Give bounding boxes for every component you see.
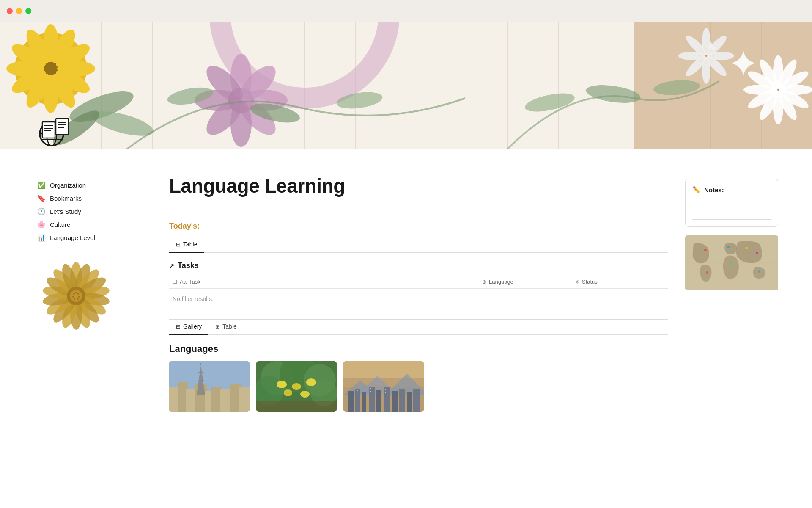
- flower-icon: 🌸: [37, 221, 46, 229]
- svg-point-92: [77, 293, 79, 295]
- languages-view-tabs: ⊞ Gallery ⊞ Table: [169, 320, 668, 335]
- gallery-icon: ⊞: [176, 323, 181, 330]
- svg-point-150: [727, 246, 730, 248]
- svg-point-149: [704, 249, 707, 251]
- arrow-up-right-icon: ↗: [169, 262, 174, 269]
- sidebar-label-bookmarks: Bookmarks: [50, 195, 82, 202]
- languages-table-tab[interactable]: ⊞ Table: [208, 320, 243, 335]
- sidebar-nav: ✅ Organization 🔖 Bookmarks 🕐 Let's Study…: [34, 179, 152, 244]
- gallery-cards: [169, 361, 668, 412]
- sidebar: ✅ Organization 🔖 Bookmarks 🕐 Let's Study…: [34, 174, 152, 412]
- svg-rect-111: [198, 380, 204, 381]
- gallery-card-city[interactable]: [343, 361, 424, 412]
- maximize-button[interactable]: [25, 8, 31, 14]
- right-panel: ✏️ Notes:: [685, 174, 778, 412]
- svg-rect-134: [369, 387, 375, 412]
- notes-divider: [692, 219, 771, 220]
- sidebar-label-language-level: Language Level: [50, 234, 95, 241]
- svg-rect-145: [357, 390, 358, 391]
- svg-rect-143: [385, 389, 386, 390]
- svg-point-153: [756, 252, 758, 254]
- svg-rect-140: [413, 389, 420, 412]
- svg-rect-137: [392, 391, 398, 412]
- svg-rect-110: [198, 372, 204, 373]
- svg-rect-138: [399, 389, 405, 412]
- languages-section: ⊞ Gallery ⊞ Table Languages: [169, 319, 668, 412]
- no-results-message: No filter results.: [169, 289, 668, 316]
- col-task-label: Aa: [180, 279, 187, 285]
- language-col-icon: ⊕: [482, 279, 486, 285]
- todays-label: Today's:: [169, 222, 668, 231]
- table-icon-2: ⊞: [215, 323, 220, 330]
- tasks-table-columns: ☐ Aa Task ⊕ Language ✳ Status: [169, 275, 668, 289]
- checkmark-icon: ✅: [37, 181, 46, 189]
- todays-table-tab-label: Table: [183, 241, 197, 248]
- sidebar-item-language-level[interactable]: 📊 Language Level: [34, 231, 152, 244]
- svg-point-122: [284, 389, 292, 396]
- banner: ✦ ✦: [0, 22, 812, 149]
- tasks-header: ↗ Tasks: [169, 261, 668, 270]
- sidebar-label-lets-study: Let's Study: [50, 208, 81, 215]
- svg-rect-67: [42, 122, 55, 138]
- svg-rect-63: [56, 119, 69, 135]
- clock-icon: 🕐: [37, 207, 46, 215]
- sidebar-item-culture[interactable]: 🌸 Culture: [34, 218, 152, 231]
- svg-rect-135: [376, 390, 381, 412]
- svg-point-121: [306, 378, 316, 386]
- gallery-card-paris[interactable]: [169, 361, 250, 412]
- col-status-text: Status: [582, 279, 598, 285]
- svg-point-32: [585, 82, 642, 106]
- svg-rect-124: [256, 401, 337, 412]
- close-button[interactable]: [7, 8, 13, 14]
- notes-label: Notes:: [704, 186, 724, 193]
- minimize-button[interactable]: [16, 8, 22, 14]
- svg-point-96: [72, 296, 74, 298]
- pencil-icon: ✏️: [692, 186, 701, 194]
- svg-rect-136: [384, 387, 390, 412]
- todays-section: Today's: ⊞ Table ↗ Tasks ☐ Aa Task ⊕: [169, 222, 668, 316]
- svg-point-155: [758, 270, 760, 273]
- sidebar-item-lets-study[interactable]: 🕐 Let's Study: [34, 205, 152, 218]
- bookmark-icon: 🔖: [37, 194, 46, 202]
- svg-rect-144: [385, 392, 386, 393]
- gallery-card-citrus[interactable]: [256, 361, 337, 412]
- tasks-heading: Tasks: [178, 261, 199, 270]
- svg-rect-102: [186, 389, 195, 412]
- svg-point-151: [745, 247, 748, 249]
- page-icon: [34, 109, 76, 149]
- card-paris-image: [169, 361, 250, 412]
- languages-gallery-tab[interactable]: ⊞ Gallery: [169, 320, 208, 335]
- status-col-icon: ✳: [575, 279, 579, 285]
- svg-point-95: [74, 298, 75, 300]
- todays-table-tab[interactable]: ⊞ Table: [169, 237, 204, 253]
- notes-header: ✏️ Notes:: [692, 186, 771, 194]
- page-divider: [169, 208, 668, 208]
- svg-rect-132: [355, 389, 360, 412]
- col-language-header: ⊕ Language: [482, 279, 575, 285]
- sidebar-item-organization[interactable]: ✅ Organization: [34, 179, 152, 192]
- table-icon: ⊞: [176, 241, 181, 248]
- bar-chart-icon: 📊: [37, 234, 46, 242]
- svg-point-152: [730, 262, 732, 264]
- svg-point-154: [706, 271, 708, 274]
- languages-gallery-label: Gallery: [183, 323, 202, 330]
- svg-point-119: [277, 381, 287, 388]
- notes-card: ✏️ Notes:: [685, 179, 778, 227]
- checkbox-icon: ☐: [173, 279, 177, 285]
- svg-rect-139: [407, 392, 412, 412]
- svg-rect-133: [362, 392, 366, 412]
- svg-rect-142: [370, 391, 371, 392]
- center-content: Language Learning Today's: ⊞ Table ↗ Tas…: [152, 174, 685, 412]
- svg-point-31: [524, 90, 576, 115]
- col-task-text: Task: [189, 279, 200, 285]
- svg-point-123: [300, 391, 310, 398]
- banner-botanical: ✦ ✦: [0, 22, 812, 149]
- svg-point-120: [292, 383, 301, 390]
- titlebar: [0, 0, 812, 22]
- languages-table-label: Table: [222, 323, 236, 330]
- svg-point-94: [77, 298, 79, 300]
- card-citrus-image: [256, 361, 337, 412]
- svg-point-91: [75, 292, 77, 293]
- todays-view-tabs: ⊞ Table: [169, 237, 668, 253]
- sidebar-item-bookmarks[interactable]: 🔖 Bookmarks: [34, 192, 152, 205]
